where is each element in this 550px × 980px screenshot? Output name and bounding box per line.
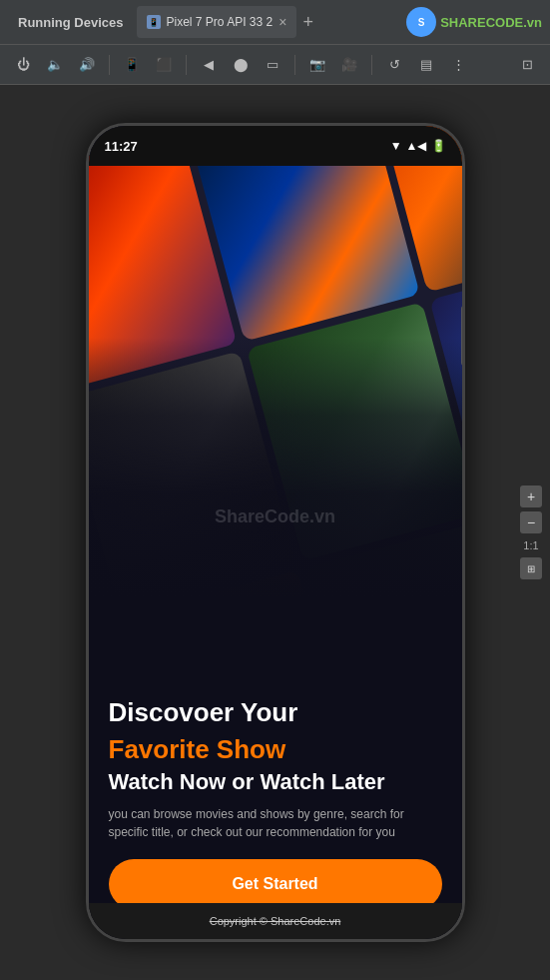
toolbar: ⏻ 🔈 🔊 📱 ⬛ ◀ ⬤ ▭ 📷 🎥 ↺ ▤ ⋮ ⊡ [0, 45, 550, 85]
zoom-out-button[interactable]: − [520, 511, 542, 533]
toolbar-separator-3 [294, 55, 295, 75]
status-time: 11:27 [105, 139, 138, 154]
sharecode-main: SHARECODE [440, 15, 523, 30]
close-tab-button[interactable]: × [278, 14, 286, 30]
volume-up-button[interactable]: 🔊 [74, 52, 100, 78]
zoom-ratio-label: 1:1 [523, 539, 538, 551]
emulator-main-area: 11:27 ▼ ▲◀ 🔋 [0, 85, 550, 980]
posters-container [89, 126, 462, 597]
sharecode-text: SHARECODE.vn [440, 15, 542, 30]
running-devices-label: Running Devices [18, 15, 123, 30]
zoom-in-button[interactable]: + [520, 486, 542, 507]
running-devices-tab[interactable]: Running Devices [8, 6, 133, 38]
sharecode-suffix: .vn [523, 15, 542, 30]
volume-down-button[interactable]: 🔈 [42, 52, 68, 78]
add-tab-button[interactable]: + [302, 12, 313, 33]
side-zoom-controls: + − 1:1 ⊞ [520, 486, 542, 579]
tablet-button[interactable]: ⬛ [151, 52, 177, 78]
top-bar: Running Devices 📱 Pixel 7 Pro API 33 2 ×… [0, 0, 550, 45]
status-bar: 11:27 ▼ ▲◀ 🔋 [89, 126, 462, 166]
device-tab-icon: 📱 [147, 15, 161, 29]
back-button[interactable]: ◀ [196, 52, 222, 78]
battery-icon: 🔋 [431, 139, 446, 153]
extend-button[interactable]: ⊡ [514, 52, 540, 78]
phone-side-button[interactable] [461, 306, 465, 366]
screenshot-button[interactable]: 📷 [304, 52, 330, 78]
rotate-button[interactable]: ↺ [381, 52, 407, 78]
phone-screen: 11:27 ▼ ▲◀ 🔋 [89, 126, 462, 939]
sharecode-logo: S SHARECODE.vn [406, 7, 542, 37]
toolbar-separator-2 [186, 55, 187, 75]
toolbar-right: ⊡ [514, 52, 540, 78]
snap-button[interactable]: ⊞ [520, 557, 542, 579]
phone-rotate-button[interactable]: 📱 [119, 52, 145, 78]
description-text: you can browse movies and shows by genre… [109, 805, 442, 841]
device-tab-label: Pixel 7 Pro API 33 2 [166, 15, 273, 29]
device-tab[interactable]: 📱 Pixel 7 Pro API 33 2 × [137, 6, 296, 38]
toolbar-separator-4 [371, 55, 372, 75]
favorite-show-title: Favorite Show [109, 734, 442, 765]
copyright-text: Copyright © ShareCode.vn [210, 915, 341, 927]
get-started-button[interactable]: Get Started [109, 859, 442, 909]
screen-record-button[interactable]: 🎥 [336, 52, 362, 78]
more-button[interactable]: ⋮ [445, 52, 471, 78]
screen-gradient-overlay [89, 338, 462, 597]
watch-subtitle: Watch Now or Watch Later [109, 769, 442, 795]
copyright-bar: Copyright © ShareCode.vn [89, 903, 462, 939]
phone-mockup: 11:27 ▼ ▲◀ 🔋 [86, 123, 465, 942]
discover-title: Discovoer Your [109, 696, 442, 730]
signal-icon: ▲◀ [406, 139, 427, 153]
overview-button[interactable]: ▭ [260, 52, 285, 78]
toolbar-separator-1 [109, 55, 110, 75]
wifi-icon: ▼ [390, 139, 402, 153]
cast-button[interactable]: ▤ [413, 52, 439, 78]
logo-circle: S [406, 7, 436, 37]
status-icons: ▼ ▲◀ 🔋 [390, 139, 446, 153]
power-button[interactable]: ⏻ [10, 52, 36, 78]
home-button[interactable]: ⬤ [228, 52, 254, 78]
